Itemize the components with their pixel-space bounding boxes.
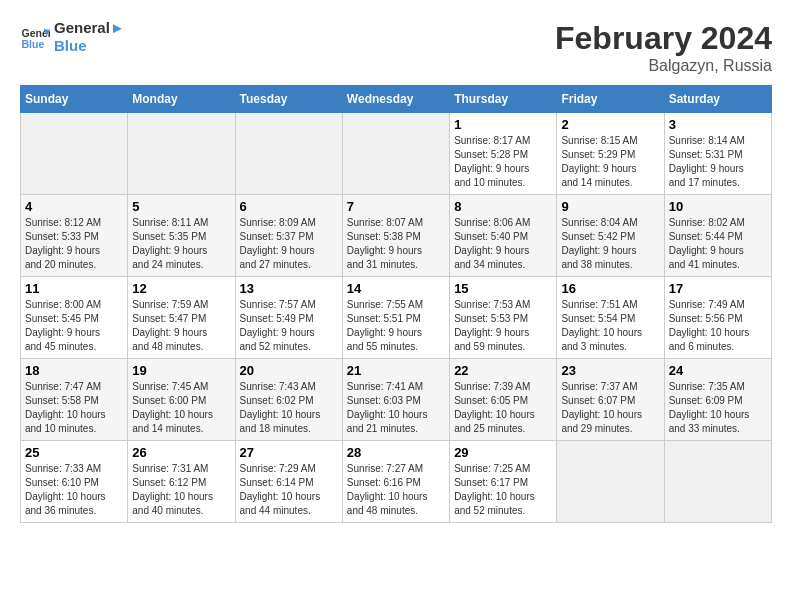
day-info: Sunrise: 8:12 AMSunset: 5:33 PMDaylight:… [25, 216, 123, 272]
day-number: 22 [454, 363, 552, 378]
day-number: 20 [240, 363, 338, 378]
column-header-wednesday: Wednesday [342, 86, 449, 113]
calendar-cell: 19Sunrise: 7:45 AMSunset: 6:00 PMDayligh… [128, 359, 235, 441]
calendar-cell: 28Sunrise: 7:27 AMSunset: 6:16 PMDayligh… [342, 441, 449, 523]
calendar-week-row: 1Sunrise: 8:17 AMSunset: 5:28 PMDaylight… [21, 113, 772, 195]
calendar-cell: 11Sunrise: 8:00 AMSunset: 5:45 PMDayligh… [21, 277, 128, 359]
calendar-cell: 29Sunrise: 7:25 AMSunset: 6:17 PMDayligh… [450, 441, 557, 523]
calendar-cell: 4Sunrise: 8:12 AMSunset: 5:33 PMDaylight… [21, 195, 128, 277]
calendar-cell: 8Sunrise: 8:06 AMSunset: 5:40 PMDaylight… [450, 195, 557, 277]
day-info: Sunrise: 8:00 AMSunset: 5:45 PMDaylight:… [25, 298, 123, 354]
day-number: 9 [561, 199, 659, 214]
logo-text: General► [54, 20, 125, 37]
column-header-tuesday: Tuesday [235, 86, 342, 113]
day-number: 24 [669, 363, 767, 378]
calendar-cell [235, 113, 342, 195]
calendar-cell: 12Sunrise: 7:59 AMSunset: 5:47 PMDayligh… [128, 277, 235, 359]
logo-icon: General Blue [20, 22, 50, 52]
day-info: Sunrise: 7:39 AMSunset: 6:05 PMDaylight:… [454, 380, 552, 436]
day-number: 25 [25, 445, 123, 460]
calendar-cell: 5Sunrise: 8:11 AMSunset: 5:35 PMDaylight… [128, 195, 235, 277]
logo: General Blue General► Blue [20, 20, 125, 54]
day-number: 29 [454, 445, 552, 460]
logo-blue: Blue [54, 37, 125, 54]
day-info: Sunrise: 8:11 AMSunset: 5:35 PMDaylight:… [132, 216, 230, 272]
calendar-cell [342, 113, 449, 195]
day-number: 17 [669, 281, 767, 296]
day-info: Sunrise: 7:41 AMSunset: 6:03 PMDaylight:… [347, 380, 445, 436]
day-number: 23 [561, 363, 659, 378]
calendar-cell: 24Sunrise: 7:35 AMSunset: 6:09 PMDayligh… [664, 359, 771, 441]
calendar-week-row: 25Sunrise: 7:33 AMSunset: 6:10 PMDayligh… [21, 441, 772, 523]
day-number: 1 [454, 117, 552, 132]
day-number: 6 [240, 199, 338, 214]
calendar-cell: 10Sunrise: 8:02 AMSunset: 5:44 PMDayligh… [664, 195, 771, 277]
day-info: Sunrise: 7:45 AMSunset: 6:00 PMDaylight:… [132, 380, 230, 436]
day-number: 21 [347, 363, 445, 378]
calendar-cell: 27Sunrise: 7:29 AMSunset: 6:14 PMDayligh… [235, 441, 342, 523]
day-number: 28 [347, 445, 445, 460]
page-header: General Blue General► Blue February 2024… [20, 20, 772, 75]
main-title: February 2024 [555, 20, 772, 57]
calendar-cell: 16Sunrise: 7:51 AMSunset: 5:54 PMDayligh… [557, 277, 664, 359]
column-header-saturday: Saturday [664, 86, 771, 113]
day-number: 13 [240, 281, 338, 296]
calendar-cell: 1Sunrise: 8:17 AMSunset: 5:28 PMDaylight… [450, 113, 557, 195]
day-info: Sunrise: 8:09 AMSunset: 5:37 PMDaylight:… [240, 216, 338, 272]
day-info: Sunrise: 7:31 AMSunset: 6:12 PMDaylight:… [132, 462, 230, 518]
calendar-cell: 6Sunrise: 8:09 AMSunset: 5:37 PMDaylight… [235, 195, 342, 277]
column-header-sunday: Sunday [21, 86, 128, 113]
day-number: 19 [132, 363, 230, 378]
day-number: 14 [347, 281, 445, 296]
calendar-cell: 13Sunrise: 7:57 AMSunset: 5:49 PMDayligh… [235, 277, 342, 359]
column-header-friday: Friday [557, 86, 664, 113]
calendar-cell [128, 113, 235, 195]
calendar-week-row: 18Sunrise: 7:47 AMSunset: 5:58 PMDayligh… [21, 359, 772, 441]
day-info: Sunrise: 7:59 AMSunset: 5:47 PMDaylight:… [132, 298, 230, 354]
calendar-cell: 2Sunrise: 8:15 AMSunset: 5:29 PMDaylight… [557, 113, 664, 195]
sub-title: Balgazyn, Russia [555, 57, 772, 75]
day-number: 4 [25, 199, 123, 214]
calendar-cell [21, 113, 128, 195]
calendar-cell [664, 441, 771, 523]
calendar-cell: 18Sunrise: 7:47 AMSunset: 5:58 PMDayligh… [21, 359, 128, 441]
calendar-cell: 25Sunrise: 7:33 AMSunset: 6:10 PMDayligh… [21, 441, 128, 523]
day-info: Sunrise: 7:25 AMSunset: 6:17 PMDaylight:… [454, 462, 552, 518]
calendar-cell: 14Sunrise: 7:55 AMSunset: 5:51 PMDayligh… [342, 277, 449, 359]
day-number: 27 [240, 445, 338, 460]
title-area: February 2024 Balgazyn, Russia [555, 20, 772, 75]
day-number: 18 [25, 363, 123, 378]
calendar-cell: 3Sunrise: 8:14 AMSunset: 5:31 PMDaylight… [664, 113, 771, 195]
day-info: Sunrise: 7:47 AMSunset: 5:58 PMDaylight:… [25, 380, 123, 436]
column-header-monday: Monday [128, 86, 235, 113]
day-number: 11 [25, 281, 123, 296]
calendar-cell: 22Sunrise: 7:39 AMSunset: 6:05 PMDayligh… [450, 359, 557, 441]
calendar-week-row: 4Sunrise: 8:12 AMSunset: 5:33 PMDaylight… [21, 195, 772, 277]
day-number: 5 [132, 199, 230, 214]
day-info: Sunrise: 8:07 AMSunset: 5:38 PMDaylight:… [347, 216, 445, 272]
calendar-cell: 20Sunrise: 7:43 AMSunset: 6:02 PMDayligh… [235, 359, 342, 441]
day-info: Sunrise: 7:35 AMSunset: 6:09 PMDaylight:… [669, 380, 767, 436]
day-number: 3 [669, 117, 767, 132]
day-info: Sunrise: 7:27 AMSunset: 6:16 PMDaylight:… [347, 462, 445, 518]
calendar-header-row: SundayMondayTuesdayWednesdayThursdayFrid… [21, 86, 772, 113]
calendar-table: SundayMondayTuesdayWednesdayThursdayFrid… [20, 85, 772, 523]
calendar-cell: 9Sunrise: 8:04 AMSunset: 5:42 PMDaylight… [557, 195, 664, 277]
day-info: Sunrise: 8:04 AMSunset: 5:42 PMDaylight:… [561, 216, 659, 272]
day-number: 12 [132, 281, 230, 296]
calendar-cell: 7Sunrise: 8:07 AMSunset: 5:38 PMDaylight… [342, 195, 449, 277]
day-info: Sunrise: 8:14 AMSunset: 5:31 PMDaylight:… [669, 134, 767, 190]
svg-text:Blue: Blue [22, 37, 45, 49]
day-info: Sunrise: 7:37 AMSunset: 6:07 PMDaylight:… [561, 380, 659, 436]
calendar-cell [557, 441, 664, 523]
calendar-cell: 23Sunrise: 7:37 AMSunset: 6:07 PMDayligh… [557, 359, 664, 441]
day-info: Sunrise: 8:06 AMSunset: 5:40 PMDaylight:… [454, 216, 552, 272]
day-info: Sunrise: 7:51 AMSunset: 5:54 PMDaylight:… [561, 298, 659, 354]
calendar-cell: 26Sunrise: 7:31 AMSunset: 6:12 PMDayligh… [128, 441, 235, 523]
day-info: Sunrise: 8:02 AMSunset: 5:44 PMDaylight:… [669, 216, 767, 272]
column-header-thursday: Thursday [450, 86, 557, 113]
calendar-week-row: 11Sunrise: 8:00 AMSunset: 5:45 PMDayligh… [21, 277, 772, 359]
day-info: Sunrise: 7:53 AMSunset: 5:53 PMDaylight:… [454, 298, 552, 354]
calendar-cell: 21Sunrise: 7:41 AMSunset: 6:03 PMDayligh… [342, 359, 449, 441]
calendar-cell: 15Sunrise: 7:53 AMSunset: 5:53 PMDayligh… [450, 277, 557, 359]
